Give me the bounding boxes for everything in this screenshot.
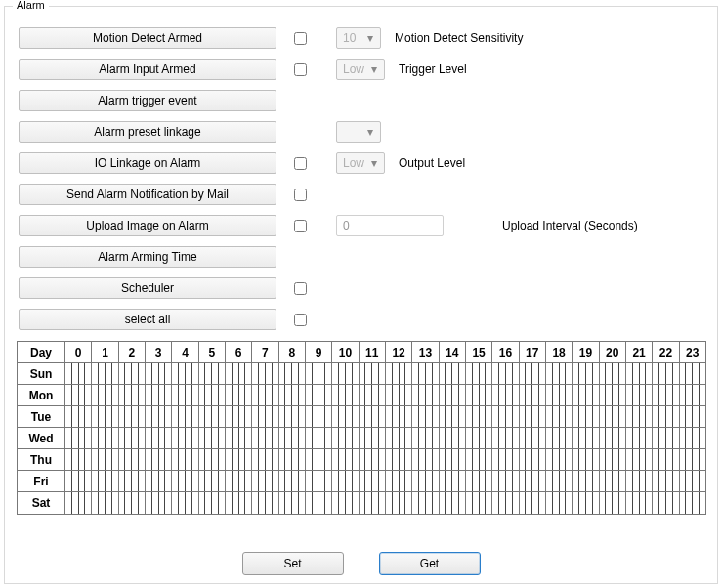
schedule-quarter[interactable]: [440, 471, 446, 491]
schedule-quarter[interactable]: [412, 492, 419, 514]
schedule-quarter[interactable]: [165, 449, 171, 470]
schedule-cell[interactable]: [199, 428, 226, 448]
schedule-quarter[interactable]: [92, 492, 99, 514]
schedule-quarter[interactable]: [192, 385, 198, 405]
schedule-quarter[interactable]: [619, 471, 625, 491]
schedule-quarter[interactable]: [506, 385, 513, 405]
upload-image-button[interactable]: Upload Image on Alarm: [19, 215, 276, 236]
schedule-quarter[interactable]: [606, 471, 613, 491]
schedule-quarter[interactable]: [325, 406, 331, 427]
schedule-quarter[interactable]: [546, 471, 553, 491]
schedule-quarter[interactable]: [106, 385, 112, 405]
schedule-quarter[interactable]: [433, 428, 439, 448]
schedule-quarter[interactable]: [106, 471, 112, 491]
schedule-quarter[interactable]: [386, 385, 393, 405]
schedule-cell[interactable]: [653, 385, 679, 405]
schedule-quarter[interactable]: [165, 428, 171, 448]
schedule-cell[interactable]: [306, 471, 332, 491]
schedule-cell[interactable]: [146, 471, 172, 491]
schedule-quarter[interactable]: [412, 363, 419, 384]
schedule-quarter[interactable]: [92, 363, 99, 384]
schedule-cell[interactable]: [360, 471, 386, 491]
schedule-quarter[interactable]: [72, 449, 79, 470]
schedule-quarter[interactable]: [85, 449, 91, 470]
schedule-quarter[interactable]: [686, 428, 693, 448]
schedule-quarter[interactable]: [600, 471, 607, 491]
schedule-quarter[interactable]: [659, 428, 666, 448]
schedule-quarter[interactable]: [139, 471, 145, 491]
schedule-quarter[interactable]: [186, 428, 192, 448]
schedule-quarter[interactable]: [466, 406, 473, 427]
schedule-quarter[interactable]: [379, 492, 385, 514]
schedule-cell[interactable]: [172, 428, 198, 448]
schedule-quarter[interactable]: [646, 471, 652, 491]
schedule-quarter[interactable]: [186, 385, 192, 405]
schedule-quarter[interactable]: [666, 492, 673, 514]
schedule-quarter[interactable]: [99, 385, 106, 405]
schedule-quarter[interactable]: [673, 385, 679, 405]
schedule-cell[interactable]: [466, 471, 492, 491]
schedule-quarter[interactable]: [172, 471, 179, 491]
schedule-quarter[interactable]: [106, 363, 112, 384]
schedule-quarter[interactable]: [179, 363, 186, 384]
schedule-quarter[interactable]: [393, 406, 400, 427]
schedule-cell[interactable]: [440, 428, 466, 448]
schedule-cell[interactable]: [440, 385, 466, 405]
schedule-quarter[interactable]: [686, 492, 693, 514]
schedule-quarter[interactable]: [379, 471, 385, 491]
schedule-quarter[interactable]: [653, 449, 659, 470]
upload-image-checkbox[interactable]: [294, 220, 307, 232]
schedule-quarter[interactable]: [313, 471, 319, 491]
schedule-quarter[interactable]: [325, 363, 331, 384]
schedule-quarter[interactable]: [532, 492, 539, 514]
schedule-quarter[interactable]: [513, 385, 519, 405]
schedule-cell[interactable]: [146, 449, 172, 470]
schedule-quarter[interactable]: [192, 492, 198, 514]
schedule-quarter[interactable]: [473, 406, 480, 427]
schedule-quarter[interactable]: [486, 428, 491, 448]
schedule-quarter[interactable]: [473, 449, 480, 470]
schedule-quarter[interactable]: [419, 449, 426, 470]
schedule-quarter[interactable]: [226, 363, 233, 384]
schedule-cell[interactable]: [573, 492, 599, 514]
schedule-quarter[interactable]: [266, 385, 273, 405]
schedule-quarter[interactable]: [653, 492, 659, 514]
schedule-quarter[interactable]: [99, 471, 106, 491]
schedule-quarter[interactable]: [292, 428, 299, 448]
schedule-quarter[interactable]: [419, 471, 426, 491]
schedule-quarter[interactable]: [646, 449, 652, 470]
schedule-quarter[interactable]: [273, 492, 278, 514]
schedule-quarter[interactable]: [426, 428, 433, 448]
schedule-quarter[interactable]: [520, 385, 527, 405]
schedule-quarter[interactable]: [613, 492, 619, 514]
schedule-cell[interactable]: [172, 363, 198, 384]
schedule-quarter[interactable]: [99, 406, 106, 427]
schedule-quarter[interactable]: [172, 428, 179, 448]
schedule-quarter[interactable]: [179, 385, 186, 405]
schedule-cell[interactable]: [360, 363, 386, 384]
schedule-quarter[interactable]: [65, 363, 72, 384]
schedule-cell[interactable]: [226, 471, 252, 491]
schedule-cell[interactable]: [360, 449, 386, 470]
schedule-quarter[interactable]: [466, 385, 473, 405]
schedule-quarter[interactable]: [360, 449, 366, 470]
schedule-quarter[interactable]: [325, 492, 331, 514]
schedule-quarter[interactable]: [65, 406, 72, 427]
schedule-quarter[interactable]: [633, 363, 640, 384]
schedule-quarter[interactable]: [539, 492, 545, 514]
schedule-quarter[interactable]: [125, 363, 132, 384]
schedule-cell[interactable]: [520, 385, 546, 405]
schedule-quarter[interactable]: [459, 449, 465, 470]
schedule-cell[interactable]: [146, 385, 172, 405]
schedule-quarter[interactable]: [579, 492, 586, 514]
schedule-quarter[interactable]: [640, 428, 647, 448]
schedule-quarter[interactable]: [393, 492, 400, 514]
schedule-cell[interactable]: [252, 385, 278, 405]
schedule-quarter[interactable]: [72, 492, 79, 514]
schedule-cell[interactable]: [119, 428, 146, 448]
schedule-quarter[interactable]: [146, 471, 152, 491]
schedule-quarter[interactable]: [285, 406, 292, 427]
schedule-quarter[interactable]: [560, 449, 567, 470]
schedule-quarter[interactable]: [239, 449, 246, 470]
schedule-quarter[interactable]: [285, 492, 292, 514]
